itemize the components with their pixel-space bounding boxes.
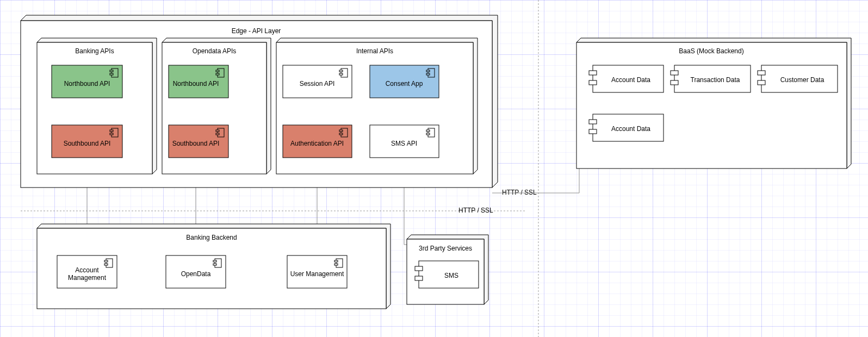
- component-account-management: Account Management: [57, 255, 117, 288]
- baas-account-data-2-label: Account Data: [611, 125, 650, 133]
- component-baas-account-data: Account Data: [589, 65, 664, 92]
- authentication-api-label: Authentication API: [290, 140, 344, 147]
- component-session-api: Session API: [283, 65, 352, 98]
- svg-rect-15: [110, 70, 113, 72]
- svg-rect-44: [426, 133, 430, 135]
- opendata-southbound-label: Southbound API: [172, 140, 220, 147]
- component-sms-third-party: SMS: [415, 261, 479, 288]
- svg-rect-40: [339, 133, 343, 135]
- opendata-northbound-label: Northbound API: [173, 80, 219, 88]
- banking-backend-title: Banking Backend: [186, 234, 237, 241]
- svg-rect-59: [334, 264, 338, 265]
- component-sms-api: SMS API: [370, 125, 439, 158]
- svg-rect-66: [576, 42, 847, 168]
- component-opendata-southbound: Southbound API: [169, 125, 228, 158]
- svg-rect-49: [104, 260, 108, 262]
- svg-rect-39: [339, 130, 343, 132]
- svg-rect-23: [216, 70, 219, 72]
- svg-rect-77: [589, 120, 597, 124]
- opendata-apis-title: Opendata APIs: [193, 47, 237, 55]
- svg-rect-20: [110, 133, 113, 135]
- baas-transaction-data-label: Transaction Data: [691, 76, 740, 84]
- svg-rect-28: [216, 133, 219, 135]
- component-opendata-backend: OpenData: [166, 255, 226, 288]
- component-banking-southbound: Southbound API: [52, 125, 122, 158]
- baas-title: BaaS (Mock Backend): [679, 47, 743, 55]
- session-api-label: Session API: [300, 80, 335, 88]
- sms-third-party-label: SMS: [444, 272, 458, 279]
- svg-rect-32: [339, 73, 343, 75]
- svg-rect-16: [110, 73, 113, 75]
- banking-southbound-label: Southbound API: [64, 140, 111, 147]
- svg-rect-36: [426, 73, 430, 75]
- baas-customer-data-label: Customer Data: [780, 76, 824, 84]
- svg-rect-19: [110, 130, 113, 132]
- label-http-ssl-left: HTTP / SSL: [458, 207, 493, 214]
- label-http-ssl-right: HTTP / SSL: [502, 189, 537, 196]
- component-baas-transaction-data: Transaction Data: [671, 65, 751, 92]
- user-management-label: User Management: [290, 270, 344, 278]
- svg-rect-63: [415, 266, 423, 271]
- svg-rect-71: [671, 71, 678, 75]
- svg-rect-72: [671, 80, 678, 85]
- internal-apis-title: Internal APIs: [356, 47, 393, 55]
- svg-rect-50: [104, 264, 108, 265]
- svg-rect-69: [589, 80, 597, 85]
- component-consent-app: Consent App: [370, 65, 439, 98]
- architecture-diagram: HTTP / SSL HTTP / SSL Edge - API Layer B…: [0, 0, 868, 337]
- svg-rect-54: [213, 260, 216, 262]
- svg-rect-31: [339, 70, 343, 72]
- svg-rect-27: [216, 130, 219, 132]
- component-user-management: User Management: [287, 255, 347, 288]
- account-management-label-1: Account: [75, 266, 99, 274]
- svg-rect-24: [216, 73, 219, 75]
- account-management-label-2: Management: [68, 274, 107, 282]
- svg-rect-58: [334, 260, 338, 262]
- svg-rect-68: [589, 71, 597, 75]
- component-authentication-api: Authentication API: [283, 125, 352, 158]
- svg-rect-74: [758, 71, 765, 75]
- svg-rect-75: [758, 80, 765, 85]
- component-baas-account-data-2: Account Data: [589, 114, 664, 141]
- component-opendata-northbound: Northbound API: [169, 65, 228, 98]
- third-party-title: 3rd Party Services: [419, 245, 472, 252]
- svg-rect-35: [426, 70, 430, 72]
- svg-rect-43: [426, 130, 430, 132]
- baas-account-data-label: Account Data: [611, 76, 650, 84]
- opendata-backend-label: OpenData: [181, 270, 211, 278]
- component-baas-customer-data: Customer Data: [758, 65, 838, 92]
- edge-api-layer-title: Edge - API Layer: [232, 27, 281, 35]
- svg-rect-55: [213, 264, 216, 265]
- svg-rect-64: [415, 276, 423, 280]
- banking-apis-title: Banking APIs: [75, 47, 114, 55]
- banking-northbound-label: Northbound API: [64, 80, 110, 88]
- svg-rect-78: [589, 129, 597, 134]
- component-banking-northbound: Northbound API: [52, 65, 122, 98]
- sms-api-label: SMS API: [391, 140, 417, 147]
- consent-app-label: Consent App: [386, 80, 423, 88]
- baas-frame: BaaS (Mock Backend): [576, 38, 851, 168]
